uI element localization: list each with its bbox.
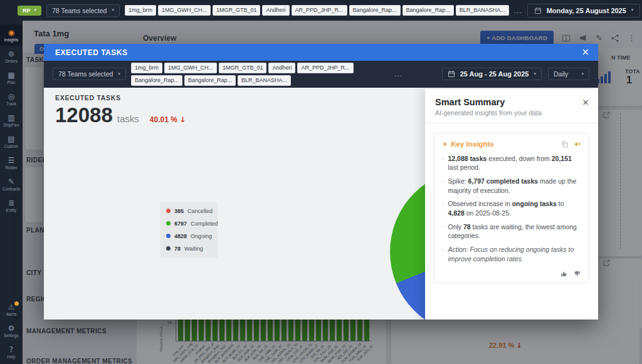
insights-list: ·12,088 tasks executed, down from 20,151…: [442, 154, 581, 268]
close-icon[interactable]: ×: [581, 48, 589, 57]
modal-teams-dropdown[interactable]: 78 Teams selected ▾: [53, 68, 126, 80]
insight-item: ·Spike: 6,797 completed tasks made up th…: [442, 177, 581, 195]
close-icon[interactable]: ×: [582, 98, 589, 107]
legend-label: Completed: [191, 221, 218, 227]
legend-label: Waiting: [184, 246, 203, 252]
sidebar-item-label: Track: [6, 101, 16, 106]
team-tag[interactable]: 1MG_GWH_CH...: [158, 5, 211, 16]
more-tags-ellipsis[interactable]: ...: [514, 6, 522, 15]
metric-delta: 40.01 % ↓: [150, 115, 186, 124]
team-tag[interactable]: 1MG_GWH_CH...: [164, 63, 217, 73]
sidebar-item-entity[interactable]: ≣Entity: [0, 195, 23, 216]
modal-toolbar: 78 Teams selected ▾ 1mg_brm1MG_GWH_CH...…: [44, 61, 598, 88]
team-tag[interactable]: Andheri: [262, 5, 289, 16]
panel-header: Smart Summary AI-generated insights from…: [425, 89, 598, 123]
bullet-icon: ·: [442, 177, 445, 195]
chevron-down-icon: ▾: [581, 72, 584, 76]
feedback-row: [442, 268, 581, 278]
thumbs-up-icon[interactable]: [560, 270, 567, 278]
teams-dropdown-label: 78 Teams selected: [58, 70, 113, 78]
team-tag[interactable]: Bangalore_Rap...: [184, 75, 236, 86]
sidebar-item-label: ShipFlex: [3, 123, 19, 127]
sidebar-bottom-items: ⚠Alerts⚙Settings?Help: [0, 299, 23, 363]
team-tag[interactable]: Bangalore_Rap...: [403, 5, 454, 16]
sidebar-item-orders[interactable]: ⊚Orders: [0, 46, 23, 67]
logo-label: RP: [23, 8, 31, 14]
insight-text: Spike: 6,797 completed tasks made up the…: [448, 177, 582, 195]
more-tags-ellipsis[interactable]: ...: [394, 70, 403, 78]
team-tag[interactable]: AR_PPD_JHP_R...: [292, 5, 347, 16]
team-tag[interactable]: Bangalore_Rap...: [131, 75, 182, 86]
legend-value: 6797: [174, 221, 187, 227]
team-tag[interactable]: 1MGR_GTB_01: [213, 5, 261, 16]
bullet-icon: ·: [442, 199, 445, 217]
sidebar-items: ◉Insights⊚Orders▦Plan◎Track▥ShipFlex▤Cus…: [0, 24, 23, 216]
alerts-badge: [14, 301, 19, 306]
sidebar-item-plan[interactable]: ▦Plan: [0, 67, 23, 88]
sidebar-item-roster[interactable]: ☰Roster: [0, 152, 23, 174]
custom-icon: ▤: [8, 135, 14, 143]
modal-header: EXECUTED TASKS ×: [44, 44, 598, 61]
card-title: Key Insights: [451, 140, 493, 148]
team-tag[interactable]: Andheri: [268, 63, 295, 73]
shipflex-icon: ▥: [8, 114, 14, 122]
team-tag[interactable]: 1MGR_GTB_01: [219, 63, 267, 73]
insight-text: Only 78 tasks are waiting, the lowest am…: [448, 222, 582, 241]
sidebar-item-label: Insights: [4, 38, 18, 42]
date-picker[interactable]: Monday, 25 August 2025 ▾: [527, 4, 641, 18]
sparkle-icon: ✦: [442, 140, 448, 148]
granularity-dropdown[interactable]: Daily ▾: [548, 68, 589, 80]
bullet-icon: ·: [442, 245, 445, 263]
date-label: Monday, 25 August 2025: [547, 7, 626, 14]
legend-item: 78Waiting: [166, 246, 211, 252]
metric-value: 12088: [55, 103, 113, 127]
sidebar-item-label: Entity: [6, 208, 16, 212]
team-tag[interactable]: 1mg_brm: [131, 63, 162, 73]
insight-item: ·Action: Focus on reducing ongoing tasks…: [442, 245, 581, 263]
sidebar-item-label: Alerts: [6, 312, 17, 316]
topbar-right: Monday, 25 August 2025 ▾: [527, 4, 642, 18]
topbar-tags: 1mg_brm1MG_GWH_CH...1MGR_GTB_01AndheriAR…: [125, 5, 509, 16]
team-tag[interactable]: Bangalore_Rap...: [349, 5, 401, 16]
sidebar-item-settings[interactable]: ⚙Settings: [0, 320, 23, 341]
insights-icon: ◉: [8, 29, 14, 36]
calendar-icon: [534, 7, 542, 14]
legend-item: 4828Ongoing: [166, 233, 211, 239]
sidebar-item-track[interactable]: ◎Track: [0, 88, 23, 110]
sidebar-item-alerts[interactable]: ⚠Alerts: [0, 299, 23, 320]
sidebar-item-label: Help: [7, 355, 15, 359]
sidebar-item-label: Orders: [5, 59, 18, 63]
panel-subtitle: AI-generated insights from your data: [435, 109, 588, 117]
teams-filter-label: 78 Teams selected: [52, 7, 107, 14]
calendar-icon: [448, 70, 455, 78]
arrow-down-icon: ↓: [179, 115, 186, 124]
track-icon: ◎: [8, 93, 14, 100]
sidebar-item-help[interactable]: ?Help: [0, 341, 23, 363]
chevron-down-icon: ▾: [118, 72, 120, 76]
team-tag[interactable]: 1mg_brm: [125, 5, 156, 16]
legend-value: 385: [174, 208, 184, 214]
teams-filter-dropdown[interactable]: 78 Teams selected ▾: [46, 4, 120, 17]
team-tag[interactable]: BLR_BANASHA...: [456, 5, 509, 16]
team-tag[interactable]: BLR_BANASHA...: [238, 75, 291, 86]
legend-item: 385Cancelled: [166, 208, 211, 214]
sidebar-item-shipflex[interactable]: ▥ShipFlex: [0, 110, 23, 131]
sidebar-spacer: [0, 216, 23, 299]
roster-icon: ☰: [8, 157, 15, 164]
granularity-label: Daily: [554, 70, 568, 78]
sidebar-item-label: Custom: [4, 144, 18, 148]
insight-text: Observed increase in ongoing tasks to 4,…: [448, 199, 582, 217]
sidebar-item-insights[interactable]: ◉Insights: [0, 24, 23, 46]
read-aloud-icon[interactable]: [574, 140, 581, 148]
team-tag[interactable]: AR_PPD_JHP_R...: [297, 63, 353, 73]
date-range-picker[interactable]: 25 Aug - 25 Aug 2025 ▾: [442, 68, 542, 80]
logo-button[interactable]: RP ▾: [18, 6, 41, 16]
modal-body: EXECUTED TASKS 12088 tasks 40.01 % ↓ 385…: [44, 88, 598, 320]
copy-icon[interactable]: [561, 140, 569, 148]
thumbs-down-icon[interactable]: [574, 270, 581, 278]
insight-item: ·Only 78 tasks are waiting, the lowest a…: [442, 222, 581, 241]
legend-dot: [166, 246, 171, 251]
sidebar-item-custom[interactable]: ▤Custom: [0, 131, 23, 152]
sidebar-item-contracts[interactable]: ✎Contracts: [0, 174, 23, 195]
metric-row: 12088 tasks 40.01 % ↓: [55, 103, 186, 127]
